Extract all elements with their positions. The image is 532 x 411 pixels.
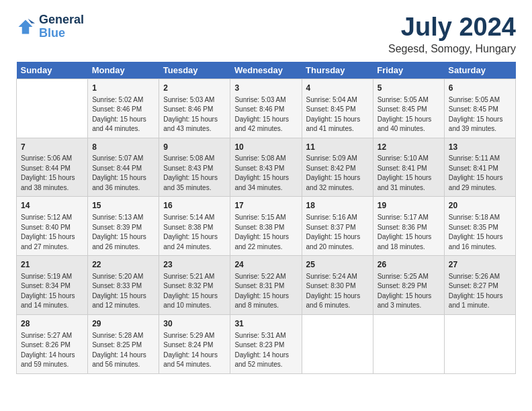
calendar-cell: 4Sunrise: 5:04 AMSunset: 8:45 PMDaylight…	[302, 79, 373, 138]
week-row-3: 14Sunrise: 5:12 AMSunset: 8:40 PMDayligh…	[17, 197, 516, 256]
day-number: 21	[21, 259, 83, 271]
calendar-cell: 27Sunrise: 5:26 AMSunset: 8:27 PMDayligh…	[444, 256, 515, 315]
calendar-cell: 26Sunrise: 5:25 AMSunset: 8:29 PMDayligh…	[373, 256, 444, 315]
calendar-cell: 17Sunrise: 5:15 AMSunset: 8:38 PMDayligh…	[230, 197, 302, 256]
calendar-cell: 7Sunrise: 5:06 AMSunset: 8:44 PMDaylight…	[17, 138, 88, 197]
day-number: 18	[306, 200, 369, 212]
header-monday: Monday	[88, 62, 159, 79]
calendar-cell: 31Sunrise: 5:31 AMSunset: 8:23 PMDayligh…	[230, 314, 302, 373]
logo: General Blue	[16, 13, 84, 40]
month-title: July 2024	[388, 13, 516, 42]
day-info: Sunrise: 5:27 AMSunset: 8:26 PMDaylight:…	[21, 331, 83, 370]
day-info: Sunrise: 5:06 AMSunset: 8:44 PMDaylight:…	[21, 154, 83, 193]
calendar-cell: 19Sunrise: 5:17 AMSunset: 8:36 PMDayligh…	[373, 197, 444, 256]
day-info: Sunrise: 5:13 AMSunset: 8:39 PMDaylight:…	[92, 213, 154, 252]
day-number: 31	[234, 318, 297, 330]
day-number: 3	[234, 83, 297, 94]
calendar-cell	[17, 79, 88, 138]
calendar-cell: 30Sunrise: 5:29 AMSunset: 8:24 PMDayligh…	[159, 314, 230, 373]
day-number: 28	[21, 318, 83, 330]
day-info: Sunrise: 5:18 AMSunset: 8:35 PMDaylight:…	[449, 213, 511, 252]
calendar-cell: 10Sunrise: 5:08 AMSunset: 8:43 PMDayligh…	[230, 138, 302, 197]
calendar-cell: 18Sunrise: 5:16 AMSunset: 8:37 PMDayligh…	[302, 197, 373, 256]
day-number: 8	[92, 142, 154, 153]
day-info: Sunrise: 5:17 AMSunset: 8:36 PMDaylight:…	[378, 213, 440, 252]
day-number: 10	[234, 142, 297, 153]
calendar-cell: 23Sunrise: 5:21 AMSunset: 8:32 PMDayligh…	[159, 256, 230, 315]
day-info: Sunrise: 5:12 AMSunset: 8:40 PMDaylight:…	[21, 213, 83, 252]
day-info: Sunrise: 5:15 AMSunset: 8:38 PMDaylight:…	[234, 213, 297, 252]
day-number: 6	[449, 83, 511, 94]
day-number: 19	[378, 200, 440, 212]
calendar-cell: 12Sunrise: 5:10 AMSunset: 8:41 PMDayligh…	[373, 138, 444, 197]
calendar-cell	[302, 314, 373, 373]
day-number: 16	[163, 200, 226, 212]
day-number: 7	[21, 142, 83, 153]
day-info: Sunrise: 5:05 AMSunset: 8:45 PMDaylight:…	[449, 95, 511, 134]
calendar-cell: 16Sunrise: 5:14 AMSunset: 8:38 PMDayligh…	[159, 197, 230, 256]
calendar-header: SundayMondayTuesdayWednesdayThursdayFrid…	[17, 62, 516, 79]
day-number: 13	[449, 142, 511, 153]
day-number: 26	[378, 259, 440, 271]
calendar-cell: 6Sunrise: 5:05 AMSunset: 8:45 PMDaylight…	[444, 79, 515, 138]
day-info: Sunrise: 5:03 AMSunset: 8:46 PMDaylight:…	[163, 95, 226, 134]
day-number: 24	[234, 259, 297, 271]
day-info: Sunrise: 5:04 AMSunset: 8:45 PMDaylight:…	[306, 95, 369, 134]
day-number: 12	[378, 142, 440, 153]
header-saturday: Saturday	[444, 62, 515, 79]
day-info: Sunrise: 5:08 AMSunset: 8:43 PMDaylight:…	[234, 154, 297, 193]
week-row-5: 28Sunrise: 5:27 AMSunset: 8:26 PMDayligh…	[17, 314, 516, 373]
day-info: Sunrise: 5:11 AMSunset: 8:41 PMDaylight:…	[449, 154, 511, 193]
day-info: Sunrise: 5:05 AMSunset: 8:45 PMDaylight:…	[378, 95, 440, 134]
calendar-body: 1Sunrise: 5:02 AMSunset: 8:46 PMDaylight…	[17, 79, 516, 373]
day-number: 15	[92, 200, 154, 212]
location-title: Segesd, Somogy, Hungary	[388, 43, 516, 55]
calendar-table: SundayMondayTuesdayWednesdayThursdayFrid…	[16, 62, 516, 374]
header-friday: Friday	[373, 62, 444, 79]
day-number: 2	[163, 83, 226, 94]
day-number: 22	[92, 259, 154, 271]
day-number: 20	[449, 200, 511, 212]
day-info: Sunrise: 5:16 AMSunset: 8:37 PMDaylight:…	[306, 213, 369, 252]
day-info: Sunrise: 5:19 AMSunset: 8:34 PMDaylight:…	[21, 272, 83, 311]
header-thursday: Thursday	[302, 62, 373, 79]
day-info: Sunrise: 5:21 AMSunset: 8:32 PMDaylight:…	[163, 272, 226, 311]
day-info: Sunrise: 5:29 AMSunset: 8:24 PMDaylight:…	[163, 331, 226, 370]
day-number: 14	[21, 200, 83, 212]
day-info: Sunrise: 5:03 AMSunset: 8:46 PMDaylight:…	[234, 95, 297, 134]
calendar-cell	[444, 314, 515, 373]
day-info: Sunrise: 5:07 AMSunset: 8:44 PMDaylight:…	[92, 154, 154, 193]
day-info: Sunrise: 5:22 AMSunset: 8:31 PMDaylight:…	[234, 272, 297, 311]
day-number: 4	[306, 83, 369, 94]
day-info: Sunrise: 5:26 AMSunset: 8:27 PMDaylight:…	[449, 272, 511, 311]
header-tuesday: Tuesday	[159, 62, 230, 79]
day-number: 9	[163, 142, 226, 153]
calendar-cell: 11Sunrise: 5:09 AMSunset: 8:42 PMDayligh…	[302, 138, 373, 197]
day-number: 30	[163, 318, 226, 330]
calendar-cell: 29Sunrise: 5:28 AMSunset: 8:25 PMDayligh…	[88, 314, 159, 373]
day-info: Sunrise: 5:02 AMSunset: 8:46 PMDaylight:…	[92, 95, 154, 134]
day-number: 23	[163, 259, 226, 271]
day-info: Sunrise: 5:09 AMSunset: 8:42 PMDaylight:…	[306, 154, 369, 193]
day-info: Sunrise: 5:08 AMSunset: 8:43 PMDaylight:…	[163, 154, 226, 193]
day-number: 11	[306, 142, 369, 153]
calendar-cell: 28Sunrise: 5:27 AMSunset: 8:26 PMDayligh…	[17, 314, 88, 373]
day-info: Sunrise: 5:31 AMSunset: 8:23 PMDaylight:…	[234, 331, 297, 370]
logo-icon	[16, 17, 35, 36]
calendar-cell: 8Sunrise: 5:07 AMSunset: 8:44 PMDaylight…	[88, 138, 159, 197]
calendar-cell: 25Sunrise: 5:24 AMSunset: 8:30 PMDayligh…	[302, 256, 373, 315]
calendar-cell: 21Sunrise: 5:19 AMSunset: 8:34 PMDayligh…	[17, 256, 88, 315]
calendar-cell: 24Sunrise: 5:22 AMSunset: 8:31 PMDayligh…	[230, 256, 302, 315]
day-info: Sunrise: 5:24 AMSunset: 8:30 PMDaylight:…	[306, 272, 369, 311]
calendar-cell: 14Sunrise: 5:12 AMSunset: 8:40 PMDayligh…	[17, 197, 88, 256]
day-info: Sunrise: 5:20 AMSunset: 8:33 PMDaylight:…	[92, 272, 154, 311]
week-row-1: 1Sunrise: 5:02 AMSunset: 8:46 PMDaylight…	[17, 79, 516, 138]
logo-text: General Blue	[39, 13, 84, 40]
day-info: Sunrise: 5:28 AMSunset: 8:25 PMDaylight:…	[92, 331, 154, 370]
day-info: Sunrise: 5:10 AMSunset: 8:41 PMDaylight:…	[378, 154, 440, 193]
calendar-cell: 5Sunrise: 5:05 AMSunset: 8:45 PMDaylight…	[373, 79, 444, 138]
calendar-cell: 3Sunrise: 5:03 AMSunset: 8:46 PMDaylight…	[230, 79, 302, 138]
day-info: Sunrise: 5:25 AMSunset: 8:29 PMDaylight:…	[378, 272, 440, 311]
calendar-cell: 20Sunrise: 5:18 AMSunset: 8:35 PMDayligh…	[444, 197, 515, 256]
day-number: 17	[234, 200, 297, 212]
